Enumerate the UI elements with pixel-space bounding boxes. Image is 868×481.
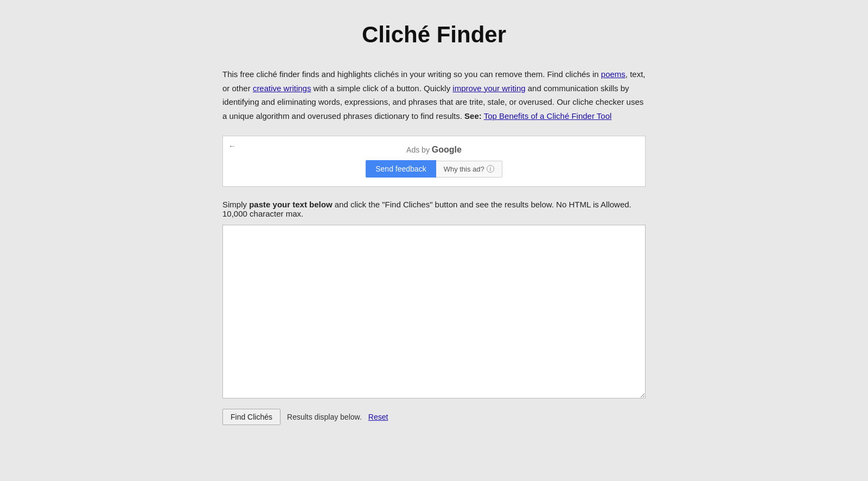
ad-back-arrow[interactable]: ← <box>228 142 236 150</box>
find-cliches-button[interactable]: Find Clichés <box>222 409 280 425</box>
improve-writing-link[interactable]: improve your writing <box>452 84 525 93</box>
why-ad-button[interactable]: Why this ad? i <box>436 161 502 178</box>
top-benefits-link[interactable]: Top Benefits of a Cliché Finder Tool <box>484 111 612 121</box>
send-feedback-button[interactable]: Send feedback <box>366 160 436 178</box>
instruction-bold: paste your text below <box>249 200 332 209</box>
results-display-label: Results display below. <box>287 413 362 421</box>
reset-button[interactable]: Reset <box>368 413 388 421</box>
description-text: This free cliché finder finds and highli… <box>222 67 646 123</box>
see-label: See: <box>464 111 482 121</box>
instruction-text: Simply paste your text below and click t… <box>222 200 646 218</box>
page-title: Cliché Finder <box>222 22 646 48</box>
ad-buttons: Send feedback Why this ad? i <box>232 160 636 178</box>
info-circle-icon: i <box>487 165 494 173</box>
google-label: Google <box>432 145 462 154</box>
ad-box: ← Ads by Google Send feedback Why this a… <box>222 136 646 187</box>
cliche-textarea[interactable] <box>222 225 646 398</box>
ads-by-label: Ads by <box>406 145 430 154</box>
poems-link[interactable]: poems <box>601 69 626 79</box>
textarea-wrapper <box>222 225 646 400</box>
creative-writings-link[interactable]: creative writings <box>253 84 311 93</box>
page-wrapper: Cliché Finder This free cliché finder fi… <box>136 0 732 447</box>
why-ad-label: Why this ad? <box>444 165 484 173</box>
ads-by-google: Ads by Google <box>232 145 636 155</box>
bottom-controls: Find Clichés Results display below. Rese… <box>222 409 646 425</box>
